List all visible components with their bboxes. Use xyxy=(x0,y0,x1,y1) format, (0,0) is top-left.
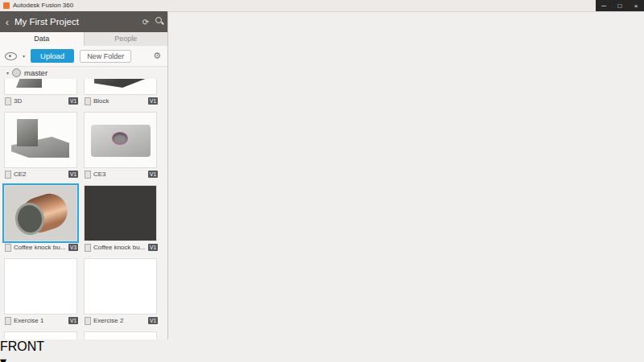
file-type-icon xyxy=(85,97,91,105)
window-controls: ─ □ × xyxy=(596,0,644,11)
project-item-block[interactable]: BlockV1 xyxy=(84,79,159,107)
chevron-down-icon[interactable]: ▾ xyxy=(23,53,25,59)
item-label-row: 3DV1 xyxy=(4,95,79,107)
item-label-row: CE2V1 xyxy=(4,168,79,180)
tab-data[interactable]: Data xyxy=(0,32,85,46)
file-type-icon xyxy=(5,171,11,179)
project-item-ce3[interactable]: CE3V1 xyxy=(84,112,159,180)
viewcube-front-face[interactable]: FRONT xyxy=(0,339,644,354)
title-bar: Autodesk Fusion 360 ─ □ × xyxy=(0,0,644,12)
item-thumbnail[interactable] xyxy=(84,331,157,339)
tab-people[interactable]: People xyxy=(85,32,168,46)
item-thumbnail[interactable] xyxy=(84,79,157,95)
maximize-button[interactable]: □ xyxy=(612,0,628,11)
item-label-row: Exercise 1V1 xyxy=(4,315,79,327)
project-item-3d[interactable]: 3DV1 xyxy=(4,79,79,107)
data-panel-actions: ▾ Upload New Folder ⚙ xyxy=(0,46,167,67)
project-item-partial[interactable] xyxy=(84,331,159,339)
item-thumbnail[interactable] xyxy=(84,258,157,315)
close-button[interactable]: × xyxy=(628,0,644,11)
data-panel-header: ‹ My First Project ⟳ xyxy=(0,11,167,32)
back-icon[interactable]: ‹ xyxy=(0,16,14,28)
project-items-grid: 3DV1BlockV1CE2V1CE3V1Coffee knock bu...V… xyxy=(0,79,167,339)
item-name: CE3 xyxy=(93,171,146,178)
version-badge: V1 xyxy=(148,244,158,251)
search-icon[interactable] xyxy=(153,17,167,27)
item-name: CE2 xyxy=(14,171,66,178)
item-name: Exercise 2 xyxy=(93,317,146,324)
project-item-coffee-knock-bu[interactable]: Coffee knock bu...V3 xyxy=(4,185,79,253)
version-badge: V1 xyxy=(148,97,158,105)
file-type-icon xyxy=(85,244,91,252)
item-label-row: Coffee knock bu...V3 xyxy=(4,241,79,253)
item-name: 3D xyxy=(14,97,66,105)
fusion360-app-window: Autodesk Fusion 360 ─ □ × ‹ My First Pro… xyxy=(0,0,644,362)
item-name: Coffee knock bu... xyxy=(93,244,146,251)
file-type-icon xyxy=(85,317,91,325)
app-logo-icon xyxy=(3,2,10,9)
item-label-row: Coffee knock bu...V1 xyxy=(84,241,159,253)
item-label-row: BlockV1 xyxy=(84,95,159,107)
item-label-row: CE3V1 xyxy=(84,168,159,180)
file-type-icon xyxy=(5,97,11,105)
item-label-row: Exercise 2V1 xyxy=(84,315,159,327)
project-item-partial[interactable] xyxy=(4,331,79,339)
upload-button[interactable]: Upload xyxy=(31,49,74,63)
branch-label: master xyxy=(24,68,47,77)
version-badge: V1 xyxy=(148,171,158,178)
gear-icon[interactable]: ⚙ xyxy=(153,51,161,61)
view-filter-icon[interactable] xyxy=(5,52,17,60)
data-panel: ‹ My First Project ⟳ Data People ▾ Uploa… xyxy=(0,11,168,339)
version-badge: V3 xyxy=(68,244,78,251)
refresh-icon[interactable]: ⟳ xyxy=(138,18,153,27)
version-badge: V1 xyxy=(68,317,78,324)
item-thumbnail[interactable] xyxy=(4,258,77,315)
project-item-exercise-1[interactable]: Exercise 1V1 xyxy=(4,258,79,327)
project-item-ce2[interactable]: CE2V1 xyxy=(4,112,79,180)
item-name: Exercise 1 xyxy=(14,317,66,324)
file-type-icon xyxy=(5,244,11,252)
branch-row[interactable]: ▾ master xyxy=(0,67,167,79)
avatar xyxy=(12,68,21,77)
expand-icon[interactable]: ▾ xyxy=(6,70,9,76)
version-badge: V1 xyxy=(68,97,78,105)
item-thumbnail[interactable] xyxy=(84,185,157,241)
window-title: Autodesk Fusion 360 xyxy=(13,2,73,9)
file-type-icon xyxy=(85,171,91,179)
file-type-icon xyxy=(5,317,11,325)
item-name: Coffee knock bu... xyxy=(14,244,66,251)
viewcube-menu-icon[interactable]: ▾ xyxy=(0,355,6,362)
item-thumbnail[interactable] xyxy=(4,185,77,241)
item-thumbnail[interactable] xyxy=(4,331,77,339)
project-title: My First Project xyxy=(14,17,138,27)
version-badge: V1 xyxy=(148,317,158,324)
item-name: Block xyxy=(93,97,146,105)
item-thumbnail[interactable] xyxy=(4,79,77,95)
project-item-exercise-2[interactable]: Exercise 2V1 xyxy=(84,258,159,327)
new-folder-button[interactable]: New Folder xyxy=(80,50,131,63)
minimize-button[interactable]: ─ xyxy=(596,0,612,11)
data-panel-tabs: Data People xyxy=(0,32,167,47)
project-item-coffee-knock-bu[interactable]: Coffee knock bu...V1 xyxy=(84,185,159,253)
version-badge: V1 xyxy=(68,171,78,178)
item-thumbnail[interactable] xyxy=(84,112,157,168)
item-thumbnail[interactable] xyxy=(4,112,77,168)
